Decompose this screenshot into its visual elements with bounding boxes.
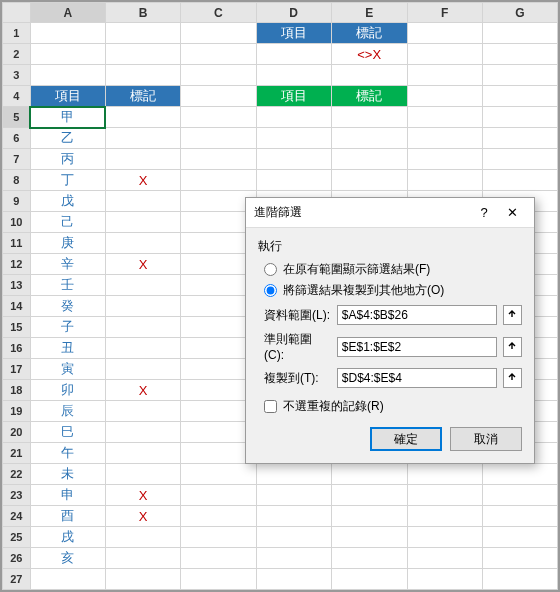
cell[interactable]: X	[105, 380, 180, 401]
row-header[interactable]: 9	[3, 191, 31, 212]
cell[interactable]	[407, 464, 482, 485]
cell[interactable]: 壬	[30, 275, 105, 296]
close-button[interactable]: ✕	[498, 205, 526, 220]
row-header[interactable]: 15	[3, 317, 31, 338]
row-header[interactable]: 1	[3, 23, 31, 44]
row-header[interactable]: 21	[3, 443, 31, 464]
cell[interactable]	[105, 338, 180, 359]
cell[interactable]	[105, 149, 180, 170]
row-header[interactable]: 24	[3, 506, 31, 527]
cell[interactable]	[331, 149, 407, 170]
row-header[interactable]: 16	[3, 338, 31, 359]
cell[interactable]: 己	[30, 212, 105, 233]
cell[interactable]	[482, 107, 557, 128]
cell[interactable]	[105, 191, 180, 212]
collapse-range-icon[interactable]	[503, 368, 522, 388]
cell[interactable]: 寅	[30, 359, 105, 380]
ok-button[interactable]: 確定	[370, 427, 442, 451]
cell[interactable]	[181, 506, 256, 527]
criteria-value[interactable]: <>X	[331, 44, 407, 65]
cell[interactable]	[181, 569, 256, 590]
cell[interactable]	[181, 485, 256, 506]
cell[interactable]	[482, 149, 557, 170]
cell[interactable]	[256, 170, 331, 191]
cell[interactable]	[105, 527, 180, 548]
cell[interactable]	[105, 464, 180, 485]
row-header[interactable]: 2	[3, 44, 31, 65]
cell[interactable]	[482, 128, 557, 149]
cell[interactable]: 庚	[30, 233, 105, 254]
cell[interactable]	[331, 464, 407, 485]
collapse-range-icon[interactable]	[503, 337, 522, 357]
cell[interactable]	[331, 128, 407, 149]
cell[interactable]: 丑	[30, 338, 105, 359]
cell[interactable]	[256, 149, 331, 170]
cell[interactable]	[407, 569, 482, 590]
row-header[interactable]: 14	[3, 296, 31, 317]
cell[interactable]	[105, 233, 180, 254]
cell[interactable]	[407, 170, 482, 191]
row-header[interactable]: 23	[3, 485, 31, 506]
cell[interactable]	[407, 506, 482, 527]
col-header[interactable]: B	[105, 3, 180, 23]
unique-records-checkbox[interactable]	[264, 400, 277, 413]
cell[interactable]: 亥	[30, 548, 105, 569]
output-header-item[interactable]: 項目	[256, 86, 331, 107]
cell[interactable]	[256, 464, 331, 485]
row-header[interactable]: 20	[3, 422, 31, 443]
criteria-header-mark[interactable]: 標記	[331, 23, 407, 44]
cell[interactable]: 子	[30, 317, 105, 338]
cell[interactable]	[105, 359, 180, 380]
cell[interactable]	[256, 527, 331, 548]
corner-cell[interactable]	[3, 3, 31, 23]
row-header[interactable]: 27	[3, 569, 31, 590]
cell[interactable]: 乙	[30, 128, 105, 149]
help-button[interactable]: ?	[470, 205, 498, 220]
cell[interactable]	[256, 569, 331, 590]
cell[interactable]	[482, 506, 557, 527]
row-header[interactable]: 5	[3, 107, 31, 128]
output-header-mark[interactable]: 標記	[331, 86, 407, 107]
cell[interactable]	[331, 107, 407, 128]
data-header-mark[interactable]: 標記	[105, 86, 180, 107]
cell[interactable]	[181, 548, 256, 569]
col-header[interactable]: F	[407, 3, 482, 23]
row-header[interactable]: 4	[3, 86, 31, 107]
row-header[interactable]: 22	[3, 464, 31, 485]
cell[interactable]: 巳	[30, 422, 105, 443]
criteria-range-input[interactable]	[337, 337, 497, 357]
cell[interactable]	[331, 527, 407, 548]
cell[interactable]: 辛	[30, 254, 105, 275]
cell[interactable]: 午	[30, 443, 105, 464]
cell[interactable]	[105, 212, 180, 233]
cell[interactable]	[256, 548, 331, 569]
cell[interactable]	[105, 548, 180, 569]
cell[interactable]	[331, 548, 407, 569]
collapse-range-icon[interactable]	[503, 305, 522, 325]
cell[interactable]	[181, 170, 256, 191]
cell[interactable]: X	[105, 254, 180, 275]
cell[interactable]	[105, 296, 180, 317]
col-header[interactable]: C	[181, 3, 256, 23]
col-header[interactable]: G	[482, 3, 557, 23]
col-header[interactable]: D	[256, 3, 331, 23]
cell[interactable]	[482, 170, 557, 191]
cell[interactable]	[256, 506, 331, 527]
cell[interactable]	[181, 128, 256, 149]
cell[interactable]	[181, 527, 256, 548]
cell[interactable]	[482, 569, 557, 590]
cell[interactable]: 丁	[30, 170, 105, 191]
cell[interactable]	[331, 506, 407, 527]
cell[interactable]	[482, 527, 557, 548]
cell[interactable]	[181, 464, 256, 485]
cancel-button[interactable]: 取消	[450, 427, 522, 451]
cell[interactable]: 戊	[30, 191, 105, 212]
cell[interactable]: 酉	[30, 506, 105, 527]
cell[interactable]	[181, 107, 256, 128]
cell[interactable]: X	[105, 170, 180, 191]
data-header-item[interactable]: 項目	[30, 86, 105, 107]
cell[interactable]	[105, 401, 180, 422]
cell[interactable]: 未	[30, 464, 105, 485]
cell[interactable]	[482, 464, 557, 485]
row-header[interactable]: 8	[3, 170, 31, 191]
